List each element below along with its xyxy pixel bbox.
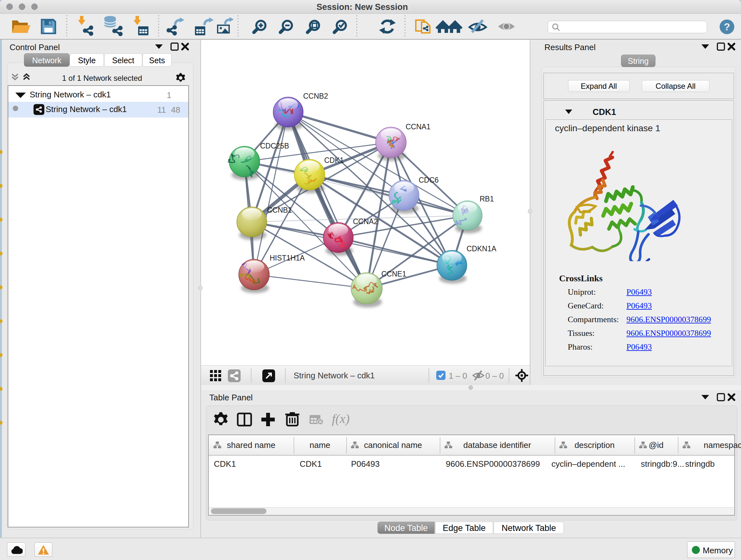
svg-text:CDKN1A: CDKN1A [467,245,496,253]
svg-text:RB1: RB1 [480,195,494,203]
svg-text:CDC6: CDC6 [419,176,439,184]
svg-text:CCNA1: CCNA1 [406,123,430,131]
svg-text:CDC25B: CDC25B [260,142,289,150]
svg-text:CCNB2: CCNB2 [303,92,328,100]
svg-text:CDK1: CDK1 [324,156,344,165]
svg-text:CCNE1: CCNE1 [381,270,406,278]
svg-text:CCNA2: CCNA2 [353,217,378,226]
svg-text:HIST1H1A: HIST1H1A [270,254,305,262]
svg-text:CCNB1: CCNB1 [267,206,292,214]
